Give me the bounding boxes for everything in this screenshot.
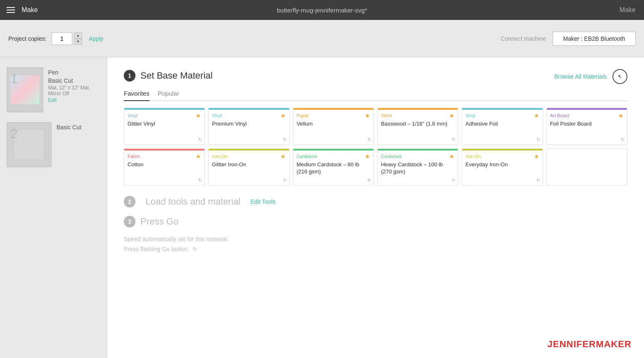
- card-star-icon[interactable]: ★: [365, 153, 370, 160]
- card-category: Other: [381, 113, 393, 118]
- material-grid-row1: Vinyl★Glitter Vinyl↻Vinyl★Premium Vinyl↻…: [124, 108, 627, 145]
- step3-header: 3 Press Go: [124, 216, 627, 227]
- card-top: Cardstock★: [381, 153, 455, 160]
- browse-all-button[interactable]: Browse All Materials: [554, 73, 607, 80]
- material-card[interactable]: Iron-On★Everyday Iron-On↻: [462, 148, 543, 186]
- card-top: Fabric★: [128, 153, 201, 160]
- mat-number-1: 1: [10, 71, 18, 86]
- card-star-icon[interactable]: ★: [196, 153, 201, 160]
- card-star-icon[interactable]: ★: [534, 153, 539, 160]
- material-card[interactable]: Cardstock★Medium Cardstock – 80 lb (216 …: [293, 148, 374, 186]
- main-layout: 1 Pen Basic Cut Mat, 12" x 12" Mat, Mirr…: [0, 57, 644, 358]
- mat-meta-1: Mat, 12" x 12" Mat, Mirror Off: [48, 85, 100, 96]
- card-refresh-icon[interactable]: ↻: [452, 178, 455, 183]
- spinner-down[interactable]: ▼: [74, 39, 82, 45]
- card-refresh-icon[interactable]: ↻: [198, 178, 202, 183]
- edit-tools-button[interactable]: Edit Tools: [251, 198, 275, 205]
- material-card[interactable]: Art Board★Foil Poster Board↻: [546, 108, 627, 145]
- spinner-arrows: ▲ ▼: [74, 32, 82, 45]
- apply-button[interactable]: Apply: [89, 35, 103, 42]
- tab-popular[interactable]: Popular: [158, 90, 179, 100]
- card-top: Iron-On★: [465, 153, 539, 160]
- card-top: Paper★: [297, 112, 370, 119]
- card-star-icon[interactable]: ★: [534, 112, 539, 119]
- card-category: Vinyl: [465, 113, 475, 118]
- step3-title: Press Go: [140, 216, 179, 227]
- card-refresh-icon[interactable]: ↻: [198, 137, 202, 142]
- machine-selector[interactable]: Maker : EB2B Bluetooth: [553, 32, 636, 46]
- card-refresh-icon[interactable]: ↻: [283, 178, 287, 183]
- material-card[interactable]: Vinyl★Premium Vinyl↻: [208, 108, 289, 145]
- material-grid-row2: Fabric★Cotton↻Iron-On★Glitter Iron-On↻Ca…: [124, 148, 627, 186]
- brand-maker: MAKER: [596, 339, 632, 349]
- top-nav: Make butterfly-mug-jennifermaker-svg* Ma…: [0, 0, 644, 20]
- mat-edit-1[interactable]: Edit: [48, 97, 100, 103]
- left-sidebar: 1 Pen Basic Cut Mat, 12" x 12" Mat, Mirr…: [0, 57, 107, 358]
- mat-basic-cut-2: Basic Cut: [57, 124, 81, 131]
- mat-preview-2: 2: [7, 122, 52, 167]
- card-star-icon[interactable]: ★: [449, 153, 455, 160]
- project-copies-input[interactable]: [52, 32, 72, 45]
- card-name: Everyday Iron-On: [465, 161, 539, 168]
- mat-thumbnail-2: [15, 130, 44, 159]
- card-top: Art Board★: [550, 112, 624, 119]
- hamburger-icon[interactable]: [7, 7, 15, 13]
- card-name: Premium Vinyl: [212, 121, 285, 128]
- step3-section: 3 Press Go Speed automatically set for t…: [124, 216, 627, 252]
- card-top: Other★: [381, 112, 455, 119]
- card-color-bar: [124, 149, 204, 151]
- mat-number-2: 2: [10, 126, 18, 141]
- tab-favorites[interactable]: Favorites: [124, 90, 150, 101]
- nav-make-label: Make: [22, 6, 38, 14]
- card-category: Cardstock: [381, 154, 402, 159]
- card-star-icon[interactable]: ★: [196, 112, 201, 119]
- card-refresh-icon[interactable]: ↻: [536, 137, 540, 142]
- mat-item-2: 2 Basic Cut: [7, 122, 100, 170]
- main-content: 1 Set Base Material Browse All Materials…: [107, 57, 644, 358]
- card-category: Art Board: [550, 113, 569, 118]
- card-refresh-icon[interactable]: ↻: [367, 178, 371, 183]
- card-refresh-icon[interactable]: ↻: [621, 137, 624, 142]
- card-refresh-icon[interactable]: ↻: [452, 137, 455, 142]
- material-card[interactable]: Vinyl★Adhesive Foil↻: [462, 108, 543, 145]
- card-color-bar: [209, 149, 289, 151]
- material-card[interactable]: Fabric★Cotton↻: [124, 148, 205, 186]
- card-color-bar: [547, 108, 627, 110]
- footer-brand: JENNIFERMAKER: [548, 339, 632, 350]
- step1-number: 1: [124, 70, 135, 81]
- card-refresh-icon[interactable]: ↻: [536, 178, 540, 183]
- card-star-icon[interactable]: ★: [449, 112, 455, 119]
- card-color-bar: [124, 108, 204, 110]
- mat-pen-label: Pen: [48, 69, 100, 76]
- card-star-icon[interactable]: ★: [365, 112, 370, 119]
- mat-info-1: Pen Basic Cut Mat, 12" x 12" Mat, Mirror…: [48, 67, 100, 103]
- material-card[interactable]: Paper★Vellum↻: [293, 108, 374, 145]
- go-refresh-icon: ↻: [192, 246, 197, 252]
- step2-title: Load tools and material: [145, 196, 241, 207]
- material-card[interactable]: Cardstock★Heavy Cardstock – 100 lb (270 …: [377, 148, 458, 186]
- card-color-bar: [293, 149, 374, 151]
- card-refresh-icon[interactable]: ↻: [283, 137, 287, 142]
- material-card[interactable]: Vinyl★Glitter Vinyl↻: [124, 108, 205, 145]
- card-name: Medium Cardstock – 80 lb (216 gsm): [297, 161, 370, 175]
- material-card[interactable]: [546, 148, 627, 186]
- step2-number: 2: [124, 196, 135, 207]
- nav-make-right[interactable]: Make: [619, 6, 636, 14]
- mat-basic-cut-1: Basic Cut: [48, 77, 100, 84]
- browse-all-wrapper: Browse All Materials ↖: [554, 69, 627, 84]
- card-top: Vinyl★: [212, 112, 285, 119]
- material-card[interactable]: Iron-On★Glitter Iron-On↻: [208, 148, 289, 186]
- card-color-bar: [378, 149, 458, 151]
- card-category: Iron-On: [465, 154, 481, 159]
- browse-circle: ↖: [612, 69, 627, 84]
- material-card[interactable]: Other★Basswood – 1/16" (1.6 mm)↻: [377, 108, 458, 145]
- card-star-icon[interactable]: ★: [618, 112, 624, 119]
- card-star-icon[interactable]: ★: [280, 112, 286, 119]
- card-star-icon[interactable]: ★: [280, 153, 286, 160]
- browse-cursor-icon: ↖: [618, 74, 622, 79]
- card-name: Cotton: [128, 161, 201, 168]
- card-refresh-icon[interactable]: ↻: [367, 137, 371, 142]
- spinner-up[interactable]: ▲: [74, 32, 82, 39]
- step1-header: 1 Set Base Material: [124, 70, 627, 81]
- card-category: Paper: [297, 113, 309, 118]
